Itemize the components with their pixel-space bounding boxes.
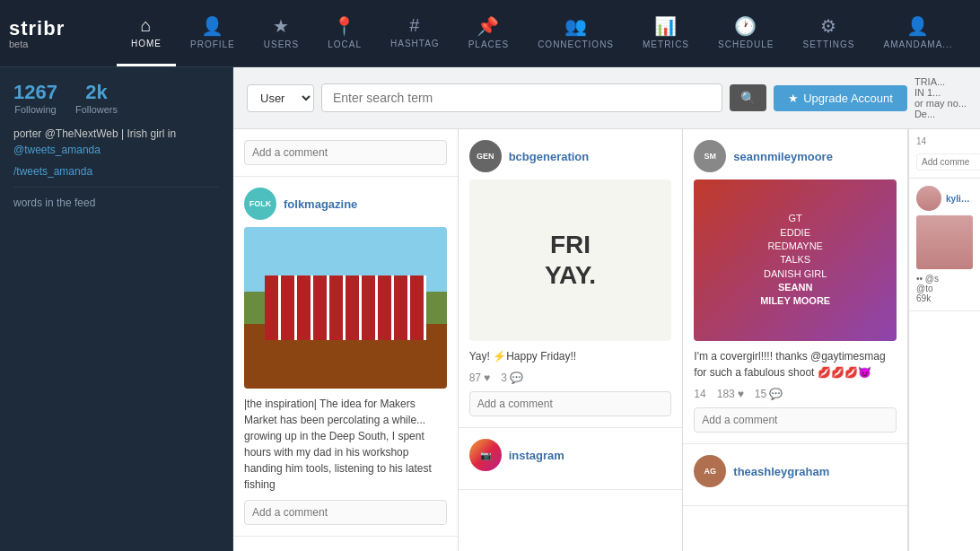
followers-count[interactable]: 2k	[85, 81, 107, 104]
account-label: AMANDAMA...	[884, 39, 953, 49]
seann-comments: 15 💬	[755, 388, 783, 400]
followers-label: Followers	[75, 104, 118, 115]
sidebar-section-title: words in the feed	[13, 197, 219, 209]
nav-item-hashtag[interactable]: #HASHTAG	[376, 0, 454, 66]
home-label: HOME	[131, 39, 162, 48]
right-comment-input-1[interactable]	[916, 153, 980, 171]
right-stat-num: 14	[916, 136, 973, 146]
right-kylie-post: kyliej... •• @s @to 69k	[909, 179, 980, 311]
seann-comment-input[interactable]	[694, 407, 897, 433]
settings-label: SETTINGS	[803, 39, 855, 49]
ashley-avatar: AG	[694, 455, 726, 487]
feed: FOLK folkmagazine |the inspiration| The …	[233, 129, 980, 551]
connections-label: CONNECTIONS	[538, 39, 614, 49]
search-bar: User Tag Place 🔍 ★ Upgrade Account TRIA.…	[233, 67, 980, 129]
kylie-avatar	[916, 186, 941, 211]
seann-stat-num: 14	[694, 388, 705, 400]
upgrade-label: Upgrade Account	[803, 92, 893, 105]
folk-username[interactable]: folkmagazine	[284, 197, 357, 211]
nav-item-places[interactable]: 📌PLACES	[454, 0, 523, 66]
kylie-stats: •• @s @to 69k	[916, 274, 973, 303]
nav-item-settings[interactable]: ⚙SETTINGS	[789, 0, 870, 66]
schedule-icon: 🕐	[734, 15, 757, 37]
search-button[interactable]: 🔍	[730, 84, 766, 111]
metrics-icon: 📊	[654, 15, 678, 37]
sidebar: 1267 Following 2k Followers porter @TheN…	[0, 67, 233, 551]
folk-image	[244, 227, 447, 389]
feed-col-2: GEN bcbgeneration FRIYAY. Yay! ⚡Happy Fr…	[459, 129, 684, 551]
kylie-image	[916, 215, 973, 269]
profile-label: PROFILE	[190, 39, 235, 49]
seann-username[interactable]: seannmileymoore	[733, 150, 833, 163]
nav-item-profile[interactable]: 👤PROFILE	[176, 0, 249, 66]
seann-post: SM seannmileymoore GTEDDIEREDMAYNETALKSD…	[683, 129, 907, 444]
star-icon: ★	[788, 92, 799, 105]
account-icon: 👤	[906, 15, 930, 37]
feed-col-1: FOLK folkmagazine |the inspiration| The …	[233, 129, 459, 551]
ashley-username[interactable]: theashleygraham	[733, 465, 829, 478]
folk-text: |the inspiration| The idea for Makers Ma…	[244, 396, 447, 493]
seann-image: GTEDDIEREDMAYNETALKSDANISH GIRLSEANNMILE…	[694, 179, 897, 341]
folk-post: FOLK folkmagazine |the inspiration| The …	[233, 177, 458, 537]
bcb-comment-input[interactable]	[469, 391, 672, 416]
nav-item-users[interactable]: ★USERS	[249, 0, 313, 66]
following-count[interactable]: 1267	[13, 81, 57, 104]
seann-avatar: SM	[694, 140, 726, 172]
bcb-comments: 3 💬	[501, 372, 523, 384]
sidebar-link[interactable]: /tweets_amanda	[13, 165, 219, 178]
nav-item-schedule[interactable]: 🕐SCHEDULE	[704, 0, 788, 66]
folk-avatar: FOLK	[244, 188, 276, 220]
right-panel: 14 kyliej... •• @s @to 69k	[908, 129, 980, 551]
feed-col-3: SM seannmileymoore GTEDDIEREDMAYNETALKSD…	[683, 129, 908, 551]
local-label: LOCAL	[328, 39, 362, 49]
connections-icon: 👥	[564, 15, 588, 37]
hashtag-label: HASHTAG	[390, 39, 440, 48]
schedule-label: SCHEDULE	[718, 39, 774, 49]
users-label: USERS	[264, 39, 299, 49]
home-icon: ⌂	[140, 15, 152, 36]
right-post-1: 14	[909, 129, 980, 179]
bcb-username[interactable]: bcbgeneration	[509, 150, 590, 163]
nav-item-account[interactable]: 👤AMANDAMA...	[870, 0, 967, 66]
sidebar-divider	[13, 187, 219, 188]
search-select[interactable]: User Tag Place	[247, 84, 314, 112]
seann-text: I'm a covergirl!!!! thanks @gaytimesmag …	[694, 348, 897, 380]
following-label: Following	[14, 104, 56, 115]
nav-item-metrics[interactable]: 📊METRICS	[628, 0, 704, 66]
users-icon: ★	[273, 15, 290, 37]
logo-beta: beta	[9, 39, 117, 49]
trial-info: TRIA... IN 1... or may no... De...	[914, 76, 967, 119]
sidebar-handle[interactable]: @tweets_amanda	[13, 144, 101, 156]
search-input[interactable]	[321, 83, 722, 112]
main-content: User Tag Place 🔍 ★ Upgrade Account TRIA.…	[233, 67, 980, 551]
nav-item-connections[interactable]: 👥CONNECTIONS	[523, 0, 628, 66]
hashtag-icon: #	[409, 15, 420, 36]
bcb-likes: 87 ♥	[469, 372, 490, 384]
instagram-post: 📷 instagram	[459, 428, 683, 490]
bcb-post: GEN bcbgeneration FRIYAY. Yay! ⚡Happy Fr…	[459, 129, 683, 428]
places-icon: 📌	[477, 15, 500, 37]
ashley-post: AG theashleygraham	[683, 444, 907, 506]
seann-likes: 183 ♥	[717, 388, 744, 400]
nav-item-home[interactable]: ⌂HOME	[117, 0, 176, 66]
ig-username[interactable]: instagram	[509, 449, 564, 462]
bcb-text: Yay! ⚡Happy Friday!!	[469, 348, 672, 364]
sidebar-bio: porter @TheNextWeb | Irish girl in @twee…	[13, 126, 219, 158]
upgrade-button[interactable]: ★ Upgrade Account	[774, 85, 907, 111]
settings-icon: ⚙	[820, 15, 837, 37]
ig-avatar: 📷	[469, 439, 502, 471]
logo-area: stribr beta	[0, 17, 117, 49]
nav-item-local[interactable]: 📍LOCAL	[313, 0, 376, 66]
top-nav: stribr beta ⌂HOME👤PROFILE★USERS📍LOCAL#HA…	[0, 0, 980, 67]
nav-items: ⌂HOME👤PROFILE★USERS📍LOCAL#HASHTAG📌PLACES…	[117, 0, 980, 66]
folk-comment-input[interactable]	[244, 500, 447, 525]
comment-input-top[interactable]	[244, 140, 447, 165]
profile-icon: 👤	[201, 15, 224, 37]
local-icon: 📍	[333, 15, 356, 37]
kylie-username[interactable]: kyliej...	[946, 194, 973, 204]
logo-name: stribr	[9, 17, 117, 40]
post-card-top	[233, 129, 458, 177]
places-label: PLACES	[468, 39, 509, 49]
bcb-avatar: GEN	[469, 140, 502, 172]
metrics-label: METRICS	[643, 39, 689, 49]
